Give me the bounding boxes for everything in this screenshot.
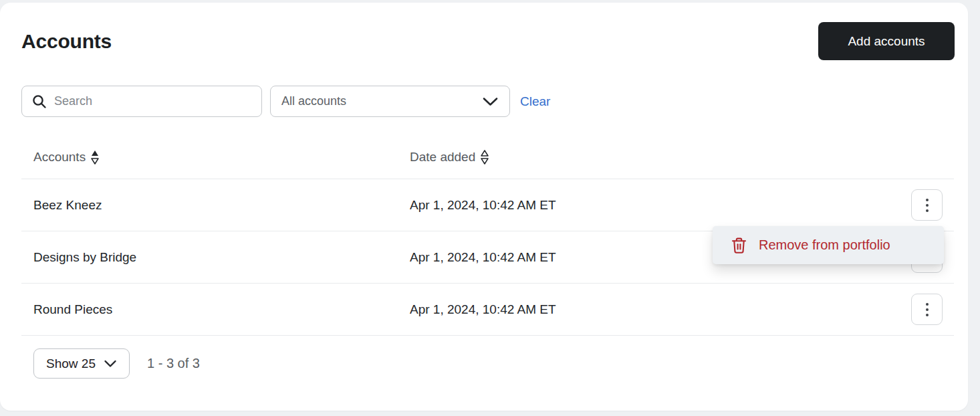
row-actions-button-round-pieces[interactable] [911, 294, 943, 325]
accounts-page: Accounts Add accounts All accounts Clear… [0, 0, 980, 416]
table-bottom-divider [21, 335, 954, 336]
remove-from-portfolio-menu-item[interactable]: Remove from portfolio [713, 226, 944, 264]
column-header-date-added[interactable]: Date added [410, 150, 489, 165]
table-header: Accounts Date added [0, 150, 980, 169]
date-added: Apr 1, 2024, 10:42 AM ET [410, 198, 556, 213]
remove-from-portfolio-label: Remove from portfolio [759, 237, 890, 253]
table-row: Beez Kneez Apr 1, 2024, 10:42 AM ET [0, 179, 980, 231]
search-input[interactable] [54, 94, 252, 108]
page-size-select[interactable]: Show 25 [33, 348, 130, 379]
column-header-accounts-label: Accounts [33, 150, 86, 165]
search-icon [31, 94, 47, 110]
chevron-down-icon [104, 360, 117, 368]
column-header-date-added-label: Date added [410, 150, 475, 165]
sort-ascending-icon[interactable] [91, 150, 99, 165]
date-added: Apr 1, 2024, 10:42 AM ET [410, 250, 556, 265]
add-accounts-button[interactable]: Add accounts [818, 22, 955, 60]
row-actions-button-beez-kneez[interactable] [911, 189, 943, 221]
date-added: Apr 1, 2024, 10:42 AM ET [410, 302, 556, 317]
clear-filters-link[interactable]: Clear [520, 94, 550, 109]
pagination-range: 1 - 3 of 3 [147, 356, 200, 371]
account-name: Designs by Bridge [33, 250, 136, 265]
page-size-label: Show 25 [46, 356, 96, 371]
kebab-icon [926, 303, 929, 306]
trash-icon [731, 237, 747, 254]
account-filter-value: All accounts [281, 94, 346, 108]
account-name: Round Pieces [33, 302, 112, 317]
add-accounts-label: Add accounts [848, 34, 925, 49]
search-input-container[interactable] [21, 86, 262, 117]
account-name: Beez Kneez [33, 198, 102, 213]
chevron-down-icon [482, 97, 499, 106]
kebab-icon [926, 199, 929, 201]
sort-unsorted-icon[interactable] [481, 150, 489, 165]
column-header-accounts[interactable]: Accounts [33, 150, 99, 165]
table-row: Round Pieces Apr 1, 2024, 10:42 AM ET [0, 284, 980, 335]
row-actions-menu: Remove from portfolio [713, 226, 944, 264]
page-title: Accounts [21, 30, 112, 53]
account-filter-select[interactable]: All accounts [270, 86, 510, 117]
